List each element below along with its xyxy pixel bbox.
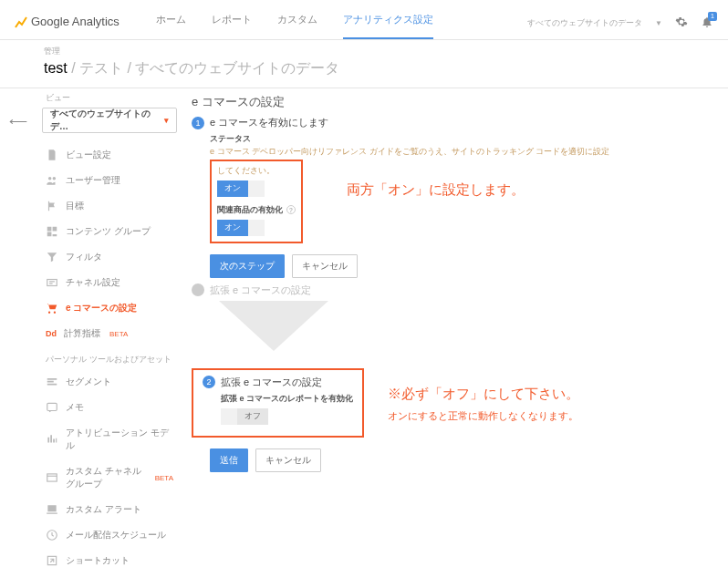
sidebar-item-label: メール配信スケジュール [66,529,166,541]
sidebar-item-memo[interactable]: メモ [36,395,182,420]
step1-buttons: 次のステップ キャンセル [210,254,719,278]
status-toggle[interactable]: オン [217,180,265,197]
send-button[interactable]: 送信 [210,448,248,472]
toggle-on-half [221,408,237,425]
sidebar-item-channel[interactable]: チャネル設定 [36,270,182,295]
toggle-on-label: オン [217,180,248,197]
content-icon [46,225,58,238]
top-tabs: ホーム レポート カスタム アナリティクス設定 [156,0,433,39]
beta-badge: BETA [155,474,173,482]
enhanced-toggle[interactable]: オフ [221,408,268,425]
sidebar-item-label: コンテンツ グループ [66,225,151,238]
svg-point-1 [53,177,57,180]
page-title: e コマースの設定 [192,94,719,110]
svg-marker-7 [219,301,328,351]
mail-icon [46,529,58,541]
bell-icon[interactable]: 1 [701,15,713,30]
segment-icon [46,376,58,388]
annotation-text-3: オンにすると正常に動作しなくなります。 [388,409,578,423]
dd-icon: Dd [46,329,57,338]
svg-rect-2 [47,280,57,286]
sidebar-item-content-group[interactable]: コンテンツ グループ [36,219,182,244]
related-label-text: 関連商品の有効化 [217,205,283,214]
sidebar-item-label: セグメント [66,376,111,388]
sidebar-item-custom-alert[interactable]: カスタム アラート [36,497,182,522]
chevron-down-icon: ▾ [164,116,169,125]
toggle-on-label: オン [217,220,248,236]
tab-home[interactable]: ホーム [156,13,186,39]
gear-icon[interactable] [675,15,688,30]
sidebar-item-label: フィルタ [66,251,102,263]
main-content: e コマースの設定 1 e コマースを有効にします ステータス e コマース デ… [182,88,728,567]
breadcrumb-label: 管理 [44,46,684,57]
sidebar-item-label: ショートカット [66,554,130,567]
svg-rect-4 [47,474,57,481]
sidebar-item-label: 計算指標 [64,327,100,340]
sidebar-item-filter[interactable]: フィルタ [36,244,182,270]
sidebar-item-attribution[interactable]: アトリビューション モデル [36,420,182,459]
sidebar-item-view-settings[interactable]: ビュー設定 [36,142,182,168]
sidebar-item-custom-channel[interactable]: カスタム チャネル グループBETA [36,459,182,497]
scope-dropdown-icon[interactable]: ▼ [655,19,662,27]
sidebar-item-shortcut[interactable]: ショートカット [36,548,182,567]
cancel-button-2[interactable]: キャンセル [255,448,321,472]
breadcrumb-account: test [44,60,68,76]
next-step-button[interactable]: 次のステップ [210,254,285,278]
tab-custom[interactable]: カスタム [277,13,317,39]
step2-title: 拡張 e コマースの設定 [221,376,322,389]
step2-header-grey: 拡張 e コマースの設定 [192,284,719,297]
svg-point-0 [48,177,52,180]
toggle-off-half [248,220,265,236]
sidebar: ビュー すべてのウェブサイトのデ… ▾ ビュー設定 ユーザー管理 目標 コンテン… [36,88,182,567]
cchannel-icon [46,471,58,484]
status-help-2: してください。 [217,165,296,177]
enhanced-report-label: 拡張 e コマースのレポートを有効化 [221,393,353,405]
sidebar-item-label: カスタム チャネル グループ [66,465,146,490]
sidebar-item-label: ビュー設定 [66,149,111,161]
sidebar-item-calc-metrics[interactable]: Dd計算指標BETA [36,321,182,346]
sidebar-item-label: e コマースの設定 [66,302,137,314]
notification-badge: 1 [708,12,717,21]
sidebar-item-label: ユーザー管理 [66,174,120,187]
status-label: ステータス [210,133,719,145]
step-number-2: 2 [203,376,215,388]
breadcrumb-row: 管理 test / テスト / すべてのウェブサイトのデータ [0,40,728,88]
attribution-icon [46,433,58,446]
sidebar-item-mail-schedule[interactable]: メール配信スケジュール [36,522,182,548]
view-select-value: すべてのウェブサイトのデ… [50,108,164,133]
related-toggle[interactable]: オン [217,220,265,236]
step2-body: 拡張 e コマースのレポートを有効化 オフ [221,393,353,427]
cancel-button[interactable]: キャンセル [292,254,358,278]
toggle-off-half [248,180,265,197]
back-icon[interactable]: ⟵ [9,114,27,129]
sidebar-item-label: メモ [66,401,84,414]
annotation-box-2: 2 拡張 e コマースの設定 拡張 e コマースのレポートを有効化 オフ [192,368,364,438]
sidebar-item-user-mgmt[interactable]: ユーザー管理 [36,168,182,193]
toggle-off-label: オフ [237,408,268,425]
help-icon[interactable]: ? [286,205,296,214]
brand-text: Google Analytics [31,15,120,28]
related-label: 関連商品の有効化? [217,204,296,216]
annotation-text-1: 両方「オン」に設定します。 [347,181,525,199]
tab-report[interactable]: レポート [212,13,252,39]
sidebar-item-segment[interactable]: セグメント [36,369,182,395]
users-icon [46,174,58,187]
step1-header: 1 e コマースを有効にします [192,116,719,129]
arrow-down-icon [210,301,719,357]
sidebar-item-ecommerce[interactable]: e コマースの設定 [36,295,182,321]
view-select[interactable]: すべてのウェブサイトのデ… ▾ [42,108,177,133]
beta-badge: BETA [109,330,128,338]
memo-icon [46,401,58,414]
breadcrumb: test / テスト / すべてのウェブサイトのデータ [44,59,684,78]
shortcut-icon [46,554,58,567]
view-label: ビュー [36,92,182,104]
tab-admin[interactable]: アナリティクス設定 [343,13,433,39]
filter-icon [46,251,58,263]
cart-icon [46,302,58,314]
sidebar-item-label: カスタム アラート [66,503,141,516]
sidebar-item-goals[interactable]: 目標 [36,193,182,219]
doc-icon [46,149,58,161]
body: ⟵ ビュー すべてのウェブサイトのデ… ▾ ビュー設定 ユーザー管理 目標 コン… [0,88,728,567]
step2-buttons: 送信 キャンセル [210,448,719,472]
step2-header: 2 拡張 e コマースの設定 [203,376,353,389]
